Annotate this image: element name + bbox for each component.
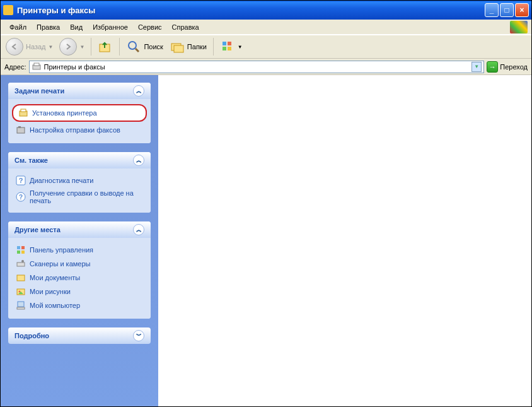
- svg-rect-10: [34, 63, 39, 66]
- svg-rect-21: [17, 251, 20, 254]
- svg-rect-20: [21, 246, 25, 249]
- fax-icon: [16, 125, 26, 135]
- svg-text:?: ?: [19, 177, 23, 184]
- up-button[interactable]: [96, 38, 114, 56]
- folders-button[interactable]: Папки: [168, 38, 208, 56]
- folders-icon: [170, 39, 185, 54]
- documents-link[interactable]: Мои документы: [14, 271, 144, 285]
- go-label: Переход: [500, 63, 528, 71]
- back-arrow-icon: [6, 38, 23, 56]
- svg-rect-12: [21, 109, 26, 112]
- help-icon: ?: [16, 192, 26, 202]
- scanner-icon: [16, 259, 26, 269]
- install-printer-label: Установка принтера: [32, 109, 97, 117]
- svg-text:?: ?: [19, 194, 23, 201]
- search-icon: [126, 39, 141, 54]
- toolbar: Назад ▼ ▼ Поиск Папки ▼: [1, 35, 531, 59]
- svg-rect-25: [17, 275, 25, 281]
- chevron-up-icon: ︽: [133, 224, 144, 235]
- svg-rect-6: [228, 42, 231, 45]
- print-help-label: Получение справки о выводе на печать: [30, 189, 143, 204]
- other-places-panel: Другие места ︽ Панель управления Сканеры…: [8, 221, 151, 319]
- windows-logo-icon: [510, 21, 528, 33]
- views-icon: [220, 39, 235, 54]
- see-also-title: См. также: [14, 156, 48, 164]
- print-tasks-panel: Задачи печати ︽ Установка принтера Настр…: [8, 83, 151, 143]
- go-button[interactable]: → Переход: [487, 61, 528, 73]
- go-arrow-icon: →: [487, 61, 498, 73]
- forward-arrow-icon: [59, 38, 77, 56]
- menu-tools[interactable]: Сервис: [133, 21, 167, 33]
- diagnose-label: Диагностика печати: [30, 177, 93, 184]
- other-places-header[interactable]: Другие места ︽: [8, 221, 151, 238]
- menu-file[interactable]: Файл: [4, 21, 32, 33]
- computer-label: Мой компьютер: [30, 302, 80, 309]
- svg-rect-7: [223, 47, 226, 50]
- back-button[interactable]: Назад ▼: [4, 37, 54, 57]
- fax-setup-label: Настройка отправки факсов: [30, 126, 120, 134]
- menu-view[interactable]: Вид: [65, 21, 88, 33]
- print-help-task[interactable]: ? Получение справки о выводе на печать: [14, 187, 144, 206]
- printer-wizard-icon: [18, 108, 28, 118]
- other-places-title: Другие места: [14, 226, 61, 233]
- computer-link[interactable]: Мой компьютер: [14, 298, 144, 312]
- back-label: Назад: [26, 43, 46, 50]
- folder-up-icon: [98, 39, 113, 54]
- details-title: Подробно: [14, 332, 49, 339]
- chevron-down-icon: ︾: [133, 330, 144, 341]
- control-panel-icon: [16, 245, 26, 255]
- svg-rect-5: [223, 42, 226, 45]
- pictures-link[interactable]: Мои рисунки: [14, 285, 144, 298]
- fax-setup-task[interactable]: Настройка отправки факсов: [14, 123, 144, 137]
- menubar: Файл Правка Вид Избранное Сервис Справка: [1, 20, 531, 35]
- question-icon: ?: [16, 175, 26, 186]
- svg-rect-28: [18, 302, 24, 307]
- svg-rect-14: [18, 126, 21, 128]
- address-dropdown-icon[interactable]: ▼: [471, 62, 482, 72]
- svg-line-2: [136, 49, 139, 52]
- svg-point-1: [129, 42, 136, 49]
- address-value: Принтеры и факсы: [44, 63, 105, 71]
- printer-icon: [3, 5, 13, 15]
- search-button[interactable]: Поиск: [125, 38, 164, 56]
- minimize-button[interactable]: _: [485, 3, 499, 17]
- svg-rect-23: [17, 262, 25, 266]
- computer-icon: [16, 300, 26, 310]
- menu-help[interactable]: Справка: [167, 21, 204, 33]
- svg-rect-4: [174, 45, 183, 52]
- views-button[interactable]: ▼: [219, 38, 244, 56]
- scanners-label: Сканеры и камеры: [30, 260, 90, 268]
- control-panel-link[interactable]: Панель управления: [14, 243, 144, 257]
- install-printer-task[interactable]: Установка принтера: [12, 104, 147, 122]
- forward-button[interactable]: ▼: [58, 37, 86, 57]
- print-tasks-header[interactable]: Задачи печати ︽: [8, 83, 151, 99]
- diagnose-printing-task[interactable]: ? Диагностика печати: [14, 174, 144, 187]
- folder-icon: [16, 273, 26, 283]
- details-header[interactable]: Подробно ︾: [8, 327, 151, 344]
- menu-edit[interactable]: Правка: [32, 21, 65, 33]
- svg-rect-13: [17, 127, 25, 133]
- scanners-link[interactable]: Сканеры и камеры: [14, 257, 144, 271]
- address-label: Адрес:: [4, 63, 26, 71]
- maximize-button[interactable]: □: [500, 3, 514, 17]
- search-label: Поиск: [144, 43, 163, 50]
- main-content-area[interactable]: [158, 75, 531, 406]
- see-also-header[interactable]: См. также ︽: [8, 152, 151, 168]
- svg-rect-22: [21, 251, 25, 254]
- address-input[interactable]: Принтеры и факсы ▼: [29, 61, 485, 73]
- chevron-up-icon: ︽: [133, 85, 144, 97]
- pictures-icon: [16, 286, 26, 297]
- svg-rect-19: [17, 246, 20, 249]
- folders-label: Папки: [187, 43, 207, 50]
- details-panel: Подробно ︾: [8, 327, 151, 344]
- see-also-panel: См. также ︽ ? Диагностика печати ? Получ…: [8, 152, 151, 213]
- close-button[interactable]: ×: [515, 3, 529, 17]
- print-tasks-title: Задачи печати: [14, 87, 64, 95]
- window-title: Принтеры и факсы: [17, 6, 485, 15]
- printer-folder-icon: [32, 62, 42, 72]
- tasks-pane: Задачи печати ︽ Установка принтера Настр…: [1, 75, 158, 406]
- menu-favorites[interactable]: Избранное: [88, 21, 133, 33]
- pictures-label: Мои рисунки: [30, 288, 71, 295]
- titlebar: Принтеры и факсы _ □ ×: [1, 1, 531, 20]
- documents-label: Мои документы: [30, 274, 80, 281]
